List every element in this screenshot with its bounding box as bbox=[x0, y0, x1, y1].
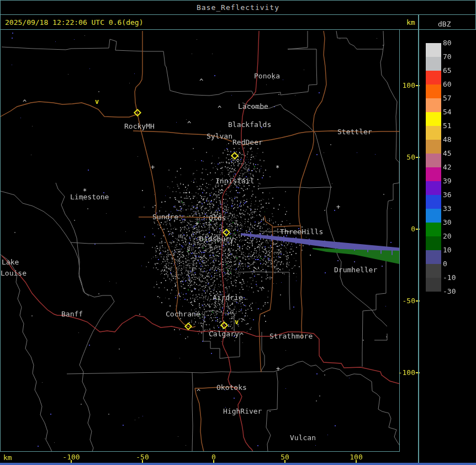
beam-sidelobe-tick bbox=[392, 249, 393, 255]
place-label: HighRiver bbox=[223, 407, 262, 415]
scale-value-label: 48 bbox=[443, 135, 465, 144]
scale-swatch bbox=[426, 154, 441, 167]
secondary-road-line bbox=[273, 226, 300, 227]
map-point-marker: ^ bbox=[199, 78, 203, 86]
scale-value-label: 30 bbox=[443, 218, 465, 226]
scale-value-label: 57 bbox=[443, 94, 465, 102]
beam-sidelobe-tick bbox=[271, 234, 272, 241]
map-point-marker: ^ bbox=[197, 388, 200, 396]
county-boundary-line bbox=[266, 372, 278, 451]
scale-value-label: -30 bbox=[443, 287, 465, 295]
place-label: Vulcan bbox=[290, 434, 316, 442]
place-label: Airdrie bbox=[213, 293, 243, 302]
map-point-marker: ^ bbox=[218, 105, 221, 113]
place-label: Louise bbox=[1, 269, 27, 277]
county-boundary-line bbox=[170, 85, 309, 96]
scale-value-label: 36 bbox=[443, 191, 465, 199]
scale-value-label: 51 bbox=[443, 121, 465, 130]
beam-sidelobe-tick bbox=[309, 239, 310, 245]
scale-unit-label: dBZ bbox=[438, 20, 451, 28]
window-title: Base_Reflectivity bbox=[197, 3, 279, 12]
scale-value-label: 39 bbox=[443, 177, 465, 185]
reflectivity-color-scale: dBZ 807065605754514845423936333020100-10… bbox=[420, 15, 476, 463]
scale-value-label: -10 bbox=[443, 273, 465, 282]
scale-swatch bbox=[426, 140, 441, 154]
place-label: Lacombe bbox=[238, 102, 268, 110]
beam-sidelobe-tick bbox=[250, 232, 251, 239]
map-point-marker: ^ bbox=[261, 286, 265, 294]
map-point-marker: ^ bbox=[236, 158, 240, 166]
place-label: Calgary bbox=[209, 330, 239, 338]
secondary-road-line bbox=[1, 102, 137, 117]
county-boundary-line bbox=[288, 49, 317, 85]
beam-sidelobe-tick bbox=[324, 241, 325, 247]
scale-value-label: 54 bbox=[443, 108, 465, 116]
county-boundary-line bbox=[374, 334, 387, 340]
bottom-axis-unit-label: km bbox=[3, 453, 12, 462]
map-point-marker: ^ bbox=[220, 188, 224, 196]
place-label: Sundre bbox=[152, 213, 178, 221]
scale-swatch bbox=[426, 43, 441, 57]
beam-sidelobe-tick bbox=[283, 236, 284, 242]
secondary-road-line bbox=[195, 388, 204, 451]
county-boundary-line bbox=[71, 242, 144, 244]
scale-value-label: 42 bbox=[443, 163, 465, 171]
beam-sidelobe-tick bbox=[339, 242, 340, 249]
scale-swatch bbox=[426, 209, 441, 223]
beam-stray-pixel bbox=[354, 261, 355, 262]
info-bar: 2025/09/18 12:22:06 UTC 0.6(deg) km bbox=[0, 14, 476, 30]
scale-value-label: 33 bbox=[443, 204, 465, 213]
county-boundary-line bbox=[2, 39, 170, 91]
county-boundary-line bbox=[67, 372, 274, 374]
place-label: Innisfail bbox=[215, 177, 254, 185]
beam-sidelobe-tick bbox=[295, 237, 297, 244]
scale-swatch bbox=[426, 57, 441, 71]
place-label: Lake bbox=[2, 258, 19, 266]
place-label: Okotoks bbox=[216, 383, 247, 392]
map-point-marker: * bbox=[276, 164, 279, 172]
right-axis-unit-label: km bbox=[406, 18, 415, 27]
scale-swatch bbox=[426, 250, 441, 264]
place-label: Strathmore bbox=[269, 332, 313, 340]
right-axis-tick-label: 50 bbox=[396, 153, 415, 161]
panel-divider bbox=[418, 15, 419, 463]
station-v-marker: v bbox=[95, 98, 99, 105]
place-label: ThreeHills bbox=[280, 228, 323, 236]
radar-map-display[interactable]: PonokaLacombeBlackfaldsSylvanRedDeerRock… bbox=[0, 29, 400, 452]
scale-value-label: 80 bbox=[443, 39, 465, 47]
place-label: Cochrane bbox=[166, 310, 200, 318]
scale-value-label: 45 bbox=[443, 149, 465, 157]
beam-sidelobe-tick bbox=[260, 233, 261, 240]
scale-swatch bbox=[426, 84, 441, 98]
place-label: Banff bbox=[61, 310, 83, 318]
county-boundary-line bbox=[261, 332, 265, 372]
secondary-road-line bbox=[135, 31, 195, 327]
scale-value-label: 10 bbox=[443, 246, 465, 254]
scale-swatch bbox=[426, 71, 441, 84]
title-bar: Base_Reflectivity bbox=[0, 0, 476, 15]
beam-sidelobe-tick bbox=[354, 244, 355, 251]
scale-value-label: 70 bbox=[443, 52, 465, 61]
place-label: Sylvan bbox=[207, 132, 232, 140]
scale-swatch bbox=[426, 167, 441, 181]
map-point-marker: ^ bbox=[240, 332, 244, 340]
map-point-marker: + bbox=[195, 220, 199, 228]
county-boundary-line bbox=[288, 31, 308, 49]
right-axis-tick-label: -100 bbox=[396, 368, 415, 377]
beam-sidelobe-tick bbox=[367, 246, 368, 252]
map-point-marker: ^ bbox=[187, 120, 191, 128]
highway-road-line bbox=[2, 256, 399, 384]
scan-timestamp: 2025/09/18 12:22:06 UTC 0.6(deg) bbox=[5, 18, 143, 27]
map-point-marker: + bbox=[151, 163, 155, 171]
place-label: RockyMH bbox=[124, 122, 155, 130]
county-boundary-line bbox=[362, 31, 399, 367]
scale-swatch bbox=[426, 278, 441, 292]
place-label: Olds bbox=[209, 214, 226, 222]
scale-value-label: 0 bbox=[443, 260, 465, 268]
scale-swatch bbox=[426, 112, 441, 126]
scale-swatch bbox=[426, 223, 441, 236]
county-boundary-line bbox=[192, 372, 193, 451]
bottom-distance-axis: km -100-50050100 bbox=[0, 452, 420, 463]
place-label: Didsbury bbox=[199, 235, 234, 243]
scale-swatch bbox=[426, 98, 441, 112]
